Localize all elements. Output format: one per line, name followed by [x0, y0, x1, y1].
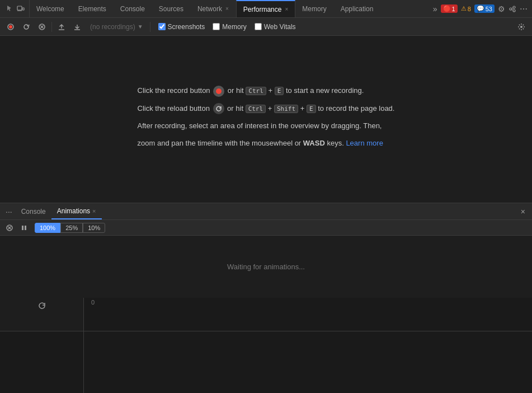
- instruction-line-4: zoom and pan the timeline with the mouse…: [138, 137, 395, 149]
- web-vitals-checkbox[interactable]: Web Vitals: [255, 23, 296, 31]
- svg-rect-22: [25, 226, 26, 230]
- svg-line-6: [512, 7, 513, 8]
- svg-line-7: [512, 9, 513, 10]
- anim-clear-btn[interactable]: [3, 222, 16, 234]
- tab-console[interactable]: Console: [114, 0, 152, 17]
- device-icon[interactable]: [16, 4, 26, 14]
- settings-icon[interactable]: ⚙: [498, 4, 505, 13]
- devtools-icons: [0, 0, 30, 17]
- info-icon: 💬: [477, 5, 484, 12]
- empty-timeline: [0, 331, 532, 394]
- svg-point-17: [520, 26, 522, 28]
- tab-performance-close[interactable]: ×: [285, 6, 288, 12]
- performance-panel: Click the record button or hit Ctrl + E …: [0, 36, 532, 203]
- speed-25-btn[interactable]: 25%: [60, 223, 83, 233]
- learn-more-link[interactable]: Learn more: [346, 139, 383, 147]
- instructions: Click the record button or hit Ctrl + E …: [138, 84, 395, 155]
- tab-memory[interactable]: Memory: [295, 0, 333, 17]
- error-badge[interactable]: 🔴 1: [441, 4, 458, 13]
- record-icon-inline: [213, 86, 224, 97]
- drawer-tab-animations[interactable]: Animations ×: [51, 203, 102, 219]
- svg-rect-0: [17, 6, 22, 10]
- recordings-dropdown[interactable]: (no recordings) ▼: [87, 22, 147, 32]
- upload-button[interactable]: [55, 21, 68, 33]
- speed-controls: 100% 25% 10%: [35, 223, 105, 233]
- memory-checkbox[interactable]: Memory: [213, 23, 246, 31]
- checkbox-group: Screenshots Memory Web Vitals: [158, 23, 296, 31]
- record-button[interactable]: [4, 21, 17, 33]
- instruction-line-3: After recording, select an area of inter…: [138, 119, 395, 132]
- anim-pause-btn[interactable]: [18, 222, 30, 234]
- inspect-icon[interactable]: [3, 4, 13, 14]
- remote-devices-icon[interactable]: [509, 5, 516, 13]
- svg-point-9: [9, 25, 12, 29]
- toolbar-right: [515, 21, 528, 33]
- capture-settings-button[interactable]: [515, 21, 528, 33]
- drawer-tab-animations-close[interactable]: ×: [92, 208, 96, 214]
- empty-left: [0, 331, 84, 394]
- tab-performance[interactable]: Performance ×: [236, 0, 296, 17]
- tab-network-close[interactable]: ×: [225, 6, 229, 12]
- reload-record-button[interactable]: [20, 21, 32, 33]
- speed-100-btn[interactable]: 100%: [35, 223, 60, 233]
- drawer-tab-console[interactable]: Console: [16, 203, 51, 219]
- animations-toolbar: 100% 25% 10%: [0, 220, 532, 236]
- dropdown-arrow-icon: ▼: [138, 24, 143, 30]
- more-options-icon[interactable]: ⋯: [520, 4, 528, 13]
- download-button[interactable]: [71, 21, 83, 33]
- drawer-close-btn[interactable]: ×: [516, 207, 530, 216]
- error-icon: 🔴: [443, 5, 451, 12]
- waiting-text: Waiting for animations...: [227, 263, 305, 271]
- replay-icon[interactable]: [36, 300, 48, 311]
- tab-sources[interactable]: Sources: [152, 0, 191, 17]
- toolbar-divider-2: [150, 22, 150, 32]
- performance-toolbar: (no recordings) ▼ Screenshots Memory Web…: [0, 18, 532, 36]
- tab-welcome[interactable]: Welcome: [30, 0, 72, 17]
- waiting-area: Waiting for animations...: [0, 236, 532, 298]
- svg-point-5: [513, 10, 515, 12]
- timeline-right: [84, 298, 532, 331]
- tab-application[interactable]: Application: [334, 0, 381, 17]
- timeline-area: 0: [0, 298, 532, 331]
- tab-network[interactable]: Network ×: [191, 0, 236, 17]
- svg-rect-21: [22, 226, 23, 230]
- speed-10-btn[interactable]: 10%: [83, 223, 105, 233]
- tab-elements[interactable]: Elements: [72, 0, 114, 17]
- toolbar-divider-1: [51, 22, 52, 32]
- warning-icon: ⚠: [461, 5, 467, 12]
- instruction-line-1: Click the record button or hit Ctrl + E …: [138, 84, 395, 97]
- main-content: Click the record button or hit Ctrl + E …: [0, 36, 532, 393]
- info-badge[interactable]: 💬 53: [474, 4, 495, 13]
- svg-point-4: [513, 6, 515, 8]
- svg-point-3: [510, 8, 512, 10]
- overflow-tabs-btn[interactable]: »: [433, 4, 437, 13]
- drawer-tab-bar: ··· Console Animations × ×: [0, 203, 532, 220]
- clear-button[interactable]: [36, 21, 48, 33]
- tab-bar: Welcome Elements Console Sources Network…: [0, 0, 532, 18]
- timeline-zero-label: 0: [91, 299, 95, 306]
- reload-icon-inline: [213, 103, 224, 114]
- drawer-more-btn[interactable]: ···: [2, 207, 16, 216]
- main-tabs: Welcome Elements Console Sources Network…: [30, 0, 429, 17]
- tab-bar-right: » 🔴 1 ⚠ 8 💬 53 ⚙ ⋯: [429, 0, 532, 17]
- bottom-panel: ··· Console Animations × ×: [0, 203, 532, 393]
- svg-rect-1: [22, 8, 24, 10]
- wasd-text: WASD: [303, 139, 325, 147]
- warning-badge[interactable]: ⚠ 8: [461, 5, 471, 12]
- screenshots-checkbox[interactable]: Screenshots: [158, 23, 205, 31]
- empty-right: [84, 331, 532, 394]
- timeline-left: 0: [0, 298, 84, 331]
- instruction-line-2: Click the reload button or hit Ctrl + Sh…: [138, 102, 395, 115]
